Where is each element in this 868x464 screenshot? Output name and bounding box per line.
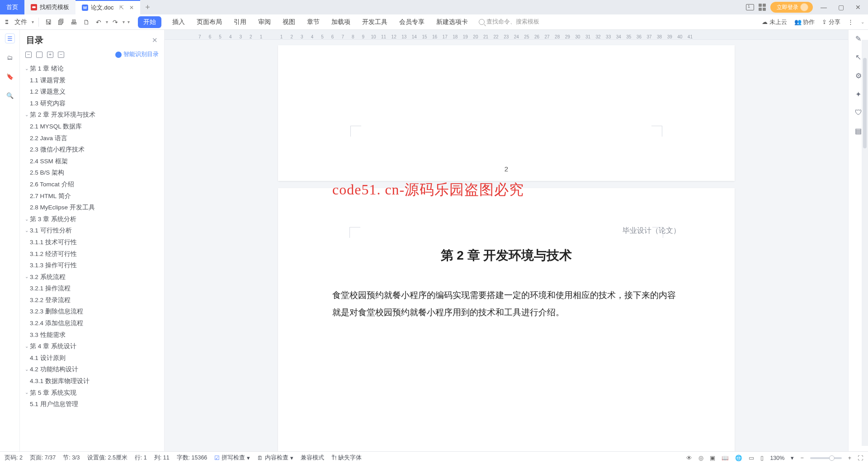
status-eye-icon[interactable]: 👁 bbox=[686, 455, 692, 461]
toc-item[interactable]: 2.3 微信小程序技术 bbox=[24, 144, 162, 156]
login-button[interactable]: 立即登录 bbox=[770, 2, 813, 13]
window-close-icon[interactable]: ✕ bbox=[852, 4, 864, 11]
search-rail-icon[interactable]: 🔍 bbox=[5, 90, 15, 100]
status-page[interactable]: 页面: 7/37 bbox=[30, 454, 56, 462]
fullscreen-icon[interactable]: ⛶ bbox=[858, 455, 863, 461]
ribbon-tab-8[interactable]: 开发工具 bbox=[361, 16, 388, 28]
toc-item[interactable]: 2.2 Java 语言 bbox=[24, 133, 162, 144]
bookmark-rail-icon[interactable]: 🔖 bbox=[5, 71, 15, 81]
outline-rail-icon[interactable]: ☰ bbox=[5, 33, 15, 43]
status-row[interactable]: 行: 1 bbox=[135, 454, 147, 462]
share-button[interactable]: ⇪ 分享 bbox=[822, 18, 840, 26]
horizontal-ruler[interactable]: 7654321123456789101112131415161718192021… bbox=[165, 30, 848, 40]
vertical-scrollbar[interactable] bbox=[862, 40, 868, 446]
toc-collapse-icon[interactable] bbox=[25, 52, 32, 58]
view-read-icon[interactable]: 📖 bbox=[722, 455, 729, 461]
maximize-icon[interactable]: ▢ bbox=[835, 4, 847, 11]
protect-rail-icon[interactable]: 🛡 bbox=[855, 109, 862, 117]
toc-item[interactable]: ⌄第 2 章 开发环境与技术 bbox=[24, 109, 162, 121]
toc-item[interactable]: ⌄3.2 系统流程 bbox=[24, 271, 162, 283]
edit-rail-icon[interactable]: ✎ bbox=[855, 34, 861, 43]
toc-increase-icon[interactable] bbox=[47, 52, 53, 58]
zoom-prev-icon[interactable]: ▯ bbox=[760, 455, 764, 461]
toc-item[interactable]: ⌄第 4 章 系统设计 bbox=[24, 341, 162, 352]
status-missing-font[interactable]: Ť! 缺失字体 bbox=[331, 454, 362, 462]
command-search[interactable]: 查找命令、搜索模板 bbox=[479, 18, 539, 26]
clipboard-rail-icon[interactable]: 🗂 bbox=[5, 52, 15, 62]
toc-item[interactable]: 4.1 设计原则 bbox=[24, 352, 162, 364]
toc-expand-all-icon[interactable] bbox=[36, 52, 42, 58]
toc-decrease-icon[interactable] bbox=[58, 52, 64, 58]
zoom-value[interactable]: 130% bbox=[770, 455, 784, 461]
toc-item[interactable]: 2.6 Tomcat 介绍 bbox=[24, 179, 162, 190]
redo-icon[interactable]: ↷ bbox=[111, 18, 120, 27]
toc-item[interactable]: 3.2.3 删除信息流程 bbox=[24, 306, 162, 317]
status-words[interactable]: 字数: 15366 bbox=[177, 454, 208, 462]
toc-item[interactable]: 3.2.2 登录流程 bbox=[24, 294, 162, 306]
toc-item[interactable]: 1.2 课题意义 bbox=[24, 86, 162, 98]
file-menu[interactable]: 文件 bbox=[13, 17, 29, 27]
ribbon-tab-9[interactable]: 会员专享 bbox=[398, 16, 425, 28]
kebab-icon[interactable]: ⋮ bbox=[848, 19, 854, 25]
toc-item[interactable]: 2.4 SSM 框架 bbox=[24, 156, 162, 167]
collab-button[interactable]: 👥 协作 bbox=[794, 18, 815, 26]
zoom-out-icon[interactable]: − bbox=[800, 455, 803, 461]
ribbon-tab-1[interactable]: 插入 bbox=[171, 16, 186, 28]
tab-templates[interactable]: 找稻壳模板 bbox=[24, 0, 75, 14]
toc-item[interactable]: 3.1.3 操作可行性 bbox=[24, 260, 162, 271]
print-icon[interactable]: 🖶 bbox=[69, 18, 79, 27]
window-count-icon[interactable] bbox=[746, 4, 754, 10]
apps-grid-icon[interactable] bbox=[759, 4, 766, 11]
toc-item[interactable]: 4.3.1 数据库物理设计 bbox=[24, 375, 162, 387]
view-outline-icon[interactable]: ▭ bbox=[749, 455, 754, 461]
status-page-code[interactable]: 页码: 2 bbox=[5, 454, 23, 462]
ribbon-tab-4[interactable]: 审阅 bbox=[257, 16, 272, 28]
toc-item[interactable]: 3.1.1 技术可行性 bbox=[24, 237, 162, 248]
view-web-icon[interactable]: 🌐 bbox=[735, 455, 742, 461]
layout-rail-icon[interactable]: ▤ bbox=[855, 127, 862, 135]
hamburger-icon[interactable] bbox=[4, 19, 10, 25]
save-icon[interactable]: 🖫 bbox=[43, 18, 53, 27]
toc-item[interactable]: 1.1 课题背景 bbox=[24, 75, 162, 86]
ribbon-tab-10[interactable]: 新建选项卡 bbox=[435, 16, 469, 28]
status-setvalue[interactable]: 设置值: 2.5厘米 bbox=[87, 454, 127, 462]
toc-item[interactable]: 2.1 MYSQL 数据库 bbox=[24, 121, 162, 133]
status-compat[interactable]: 兼容模式 bbox=[301, 454, 324, 462]
ribbon-tab-6[interactable]: 章节 bbox=[306, 16, 321, 28]
toc-item[interactable]: ⌄第 5 章 系统实现 bbox=[24, 387, 162, 399]
ribbon-tab-7[interactable]: 加载项 bbox=[330, 16, 351, 28]
ai-rail-icon[interactable]: ✦ bbox=[855, 90, 861, 99]
ribbon-tab-0[interactable]: 开始 bbox=[138, 16, 161, 28]
ribbon-tab-3[interactable]: 引用 bbox=[233, 16, 247, 28]
add-tab-button[interactable]: + bbox=[140, 0, 156, 14]
close-icon[interactable]: ✕ bbox=[129, 5, 134, 11]
more-qat-icon[interactable]: ▾ bbox=[127, 19, 130, 24]
ribbon-tab-5[interactable]: 视图 bbox=[282, 16, 296, 28]
smart-toc-button[interactable]: 智能识别目录 bbox=[115, 51, 159, 58]
toc-item[interactable]: 3.3 性能需求 bbox=[24, 329, 162, 341]
toc-item[interactable]: ⌄3.1 可行性分析 bbox=[24, 225, 162, 237]
toc-item[interactable]: ⌄4.2 功能结构设计 bbox=[24, 364, 162, 375]
editor-scroll[interactable]: 7654321123456789101112131415161718192021… bbox=[165, 30, 848, 451]
toc-item[interactable]: ⌄第 1 章 绪论 bbox=[24, 63, 162, 75]
toc-item[interactable]: 1.3 研究内容 bbox=[24, 98, 162, 109]
status-col[interactable]: 列: 11 bbox=[154, 454, 170, 462]
status-section[interactable]: 节: 3/3 bbox=[63, 454, 80, 462]
toc-item[interactable]: ⌄第 3 章 系统分析 bbox=[24, 213, 162, 225]
page-prev[interactable]: 2 bbox=[278, 45, 735, 181]
undo-icon[interactable]: ↶ bbox=[94, 18, 103, 27]
minimize-icon[interactable]: — bbox=[817, 4, 830, 11]
toc-item[interactable]: 3.2.1 操作流程 bbox=[24, 283, 162, 294]
popout-icon[interactable]: ⇱ bbox=[119, 5, 124, 11]
toc-item[interactable]: 2.7 HTML 简介 bbox=[24, 190, 162, 202]
toc-close-icon[interactable]: ✕ bbox=[152, 36, 158, 44]
preview-icon[interactable]: 🗋 bbox=[81, 18, 91, 27]
status-contentcheck[interactable]: 🗓 内容检查 ▾ bbox=[257, 454, 293, 462]
toc-item[interactable]: 2.5 B/S 架构 bbox=[24, 167, 162, 179]
toc-item[interactable]: 2.8 MyEclipse 开发工具 bbox=[24, 202, 162, 213]
zoom-in-icon[interactable]: + bbox=[848, 455, 851, 461]
tab-document[interactable]: W论文.doc⇱✕ bbox=[75, 0, 140, 14]
save-as-icon[interactable]: 🗐 bbox=[56, 18, 66, 27]
cloud-status[interactable]: ☁ 未上云 bbox=[762, 18, 787, 26]
view-page-icon[interactable]: ▣ bbox=[710, 455, 715, 461]
